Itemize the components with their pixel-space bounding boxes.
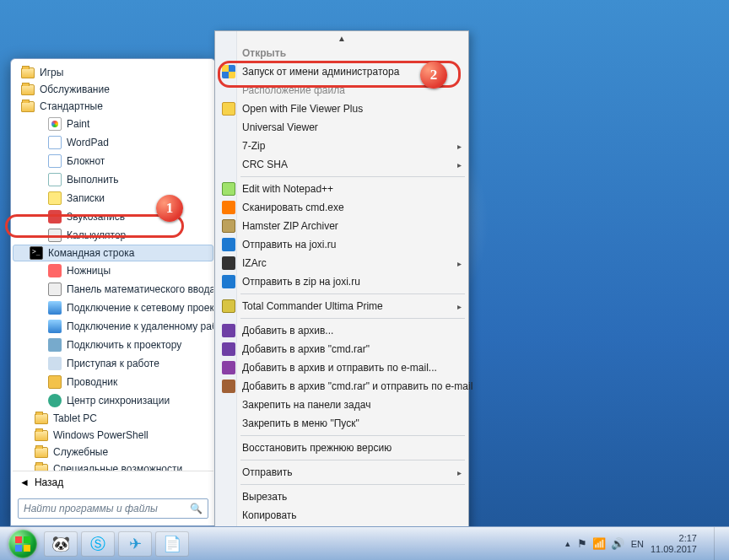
context-item[interactable]: Добавить в архив и отправить по e-mail..… [217,358,467,377]
folder-label: Стандартные [40,100,103,112]
folder-icon [21,84,35,95]
folder-system[interactable]: Служебные [13,444,213,460]
folder-icon [21,101,35,112]
context-item[interactable]: Добавить в архив "cmd.rar" и отправить п… [217,377,467,396]
context-item[interactable]: Отправить [217,463,467,482]
tray-network-icon[interactable]: 📶 [592,537,606,550]
context-item[interactable]: Edit with Notepad++ [217,180,467,198]
context-item[interactable]: Добавить в архив "cmd.rar" [217,340,467,358]
context-item[interactable]: Universal Viewer [217,118,467,137]
context-item[interactable]: Расположение файла [217,81,467,100]
context-item[interactable]: Hamster ZIP Archiver [217,217,467,235]
context-item[interactable]: Сканировать cmd.exe [217,198,467,217]
item-mathinput[interactable]: Панель математического ввода [13,280,213,299]
ci-joxi-icon [222,275,235,288]
tray-volume-icon[interactable]: 🔊 [611,537,624,550]
item-notepad[interactable]: Блокнот [13,152,213,170]
context-item[interactable]: Вырезать [217,487,467,506]
folder-icon [21,67,35,78]
context-item[interactable]: Отправить на joxi.ru [217,235,467,254]
rdp-icon [48,320,62,333]
context-item-label: Закрепить на панели задач [242,399,370,411]
item-label: WordPad [67,137,109,148]
scroll-up-icon[interactable]: ▲ [217,33,467,44]
context-item-label: Отправить в zip на joxi.ru [242,276,360,288]
item-label: Проводник [67,376,117,388]
folder-accessibility[interactable]: Специальные возможности [13,460,213,471]
context-item[interactable]: Открыть [217,44,467,62]
item-explorer[interactable]: Проводник [13,373,213,391]
folder-powershell[interactable]: Windows PowerShell [13,427,213,444]
separator [240,484,465,485]
folder-label: Windows PowerShell [53,429,148,441]
item-netproj[interactable]: Подключение к сетевому проектору [13,299,213,317]
context-item-label: Сканировать cmd.exe [242,202,344,213]
tray-icon[interactable]: ⚑ [577,537,587,550]
ci-rar-icon [222,342,235,356]
item-sync[interactable]: Центр синхронизации [13,391,213,410]
context-item[interactable]: CRC SHA [217,155,467,174]
sync-icon [48,394,62,407]
context-item[interactable]: Total Commander Ultima Prime [217,297,467,315]
item-cmd[interactable]: Командная строка [13,245,213,261]
taskbar-app[interactable]: 🐼 [44,531,78,557]
item-sticky[interactable]: Записки [13,189,213,207]
taskbar-app[interactable]: Ⓢ [81,531,115,557]
context-item-label: Добавить в архив и отправить по e-mail..… [242,362,437,374]
context-item-label: Отправить на joxi.ru [242,239,336,250]
context-item[interactable]: Закрепить на панели задач [217,396,467,414]
context-item[interactable]: Запуск от имени администратора [217,62,467,81]
item-snip[interactable]: Ножницы [13,261,213,280]
show-desktop-button[interactable] [714,527,724,561]
item-calculator[interactable]: Калькулятор [13,226,213,245]
folder-tabletpc[interactable]: Tablet PC [13,410,213,427]
context-item-label: Расположение файла [242,84,345,96]
start-menu-list: Игры Обслуживание Стандартные Paint Word… [13,64,213,471]
tray-lang[interactable]: EN [631,539,644,549]
context-item[interactable]: Open with File Viewer Plus [217,100,467,118]
tray-clock[interactable]: 2:17 11.09.2017 [651,533,702,553]
context-item[interactable]: IZArc [217,254,467,272]
folder-accessories[interactable]: Стандартные [13,98,213,115]
context-item-label: Добавить в архив... [242,325,333,337]
item-rdp[interactable]: Подключение к удаленному рабочему столу [13,317,213,336]
item-wordpad[interactable]: WordPad [13,133,213,152]
item-getstarted[interactable]: Приступая к работе [13,354,213,373]
taskbar-app[interactable]: 📄 [155,531,189,557]
item-proj[interactable]: Подключить к проектору [13,336,213,354]
folder-maintenance[interactable]: Обслуживание [13,81,213,98]
ci-npp-icon [222,182,235,196]
folder-games[interactable]: Игры [13,64,213,81]
separator [240,176,465,177]
item-run[interactable]: Выполнить [13,170,213,189]
folder-label: Обслуживание [40,83,110,95]
context-item-label: Открыть [242,47,286,59]
context-item-label: Запуск от имени администратора [242,66,399,78]
back-button[interactable]: ◄Назад [13,471,213,493]
ci-izarc-icon [222,256,235,270]
ci-rar3-icon [222,380,235,393]
start-menu: Игры Обслуживание Стандартные Paint Word… [10,58,216,526]
item-soundrec[interactable]: Звукозапись [13,207,213,226]
context-item[interactable]: Добавить в архив... [217,321,467,340]
context-item[interactable]: Закрепить в меню "Пуск" [217,414,467,433]
context-item[interactable]: Копировать [217,506,467,525]
projector-icon [48,338,62,352]
context-item-label: Копировать [242,509,297,521]
context-item[interactable]: Восстановить прежнюю версию [217,439,467,457]
wordpad-icon [48,136,62,149]
context-item-label: Добавить в архив "cmd.rar" и отправить п… [242,380,472,392]
folder-icon [35,464,48,471]
item-label: Подключение к удаленному рабочему столу [67,320,213,332]
context-item[interactable]: 7-Zip [217,137,467,155]
context-item[interactable]: Отправить в zip на joxi.ru [217,272,467,291]
folder-label: Служебные [53,446,108,458]
tray-chevron-icon[interactable]: ▴ [565,538,570,549]
context-item-label: Universal Viewer [242,121,318,133]
item-label: Блокнот [67,155,105,167]
taskbar-app[interactable]: ✈ [118,531,152,557]
start-button[interactable] [8,530,37,558]
tray-time: 2:17 [651,533,697,543]
item-paint[interactable]: Paint [13,115,213,133]
search-box[interactable]: Найти программы и файлы🔍 [18,498,208,519]
